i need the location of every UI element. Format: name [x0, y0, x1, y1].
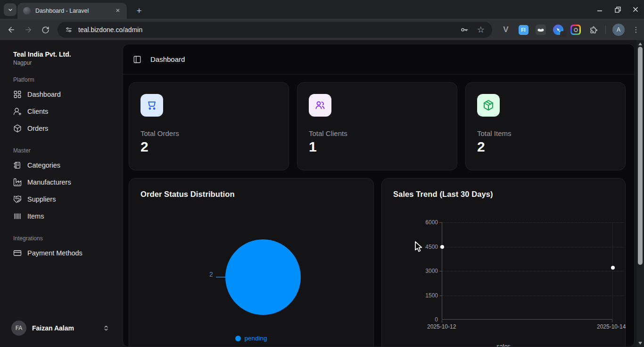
handshake-icon	[13, 195, 22, 203]
order-status-chart-card: Order Status Distribution 2 pending	[129, 178, 374, 347]
main-panel: Dashboard Total Orders 2	[123, 44, 635, 347]
stat-label: Total Clients	[309, 129, 446, 137]
sidebar-item-orders[interactable]: Orders	[0, 120, 121, 137]
company-block[interactable]: Teal India Pvt. Ltd. Nagpur	[0, 40, 121, 66]
browser-menu-icon[interactable]: ⋮	[630, 24, 642, 35]
tab-strip: Dashboard - Laravel × +	[0, 0, 644, 19]
sidebar-toggle-button[interactable]	[131, 53, 144, 66]
v-extension-icon[interactable]: V	[501, 25, 511, 35]
legend-dot	[235, 336, 241, 341]
stat-tile	[140, 94, 163, 117]
chart-title: Sales Trend (Last 30 Days)	[393, 190, 614, 199]
back-button[interactable]	[5, 23, 18, 36]
forward-button[interactable]	[22, 23, 35, 36]
x-tick-label: 2025-10-12	[427, 323, 456, 330]
sales-plot	[442, 222, 612, 320]
pie-legend[interactable]: pending	[140, 335, 362, 342]
sidebar-item-categories[interactable]: Categories	[0, 157, 121, 174]
notebook-icon	[13, 161, 22, 169]
data-point	[440, 245, 444, 249]
close-window-button[interactable]	[632, 6, 639, 13]
bookmark-star-icon[interactable]: ☆	[477, 25, 485, 34]
chevrons-up-down-icon	[103, 325, 109, 331]
y-tick-label: 6000	[416, 219, 438, 226]
user-name: Faizan Aalam	[32, 324, 97, 332]
tab-close-icon[interactable]: ×	[114, 7, 122, 15]
extensions-puzzle-icon[interactable]	[588, 25, 598, 35]
factory-icon	[13, 178, 22, 186]
sidebar-item-label: Suppliers	[27, 195, 56, 203]
chart-title: Order Status Distribution	[140, 190, 362, 199]
sidebar-item-items[interactable]: Items	[0, 208, 121, 225]
reload-button[interactable]	[39, 23, 52, 36]
x-tick-mark	[442, 320, 442, 322]
gridline	[442, 247, 623, 247]
dashboard-content: Total Orders 2 Total Clients 1	[123, 75, 634, 347]
scrollbar-thumb[interactable]	[638, 47, 643, 265]
company-name: Teal India Pvt. Ltd.	[13, 51, 113, 58]
pie-data-label: 2	[209, 271, 213, 278]
y-tick-label: 1500	[416, 292, 438, 299]
extensions-row: V FI	[501, 25, 598, 35]
color-lens-extension-icon[interactable]	[570, 25, 581, 35]
stat-value: 2	[477, 139, 614, 155]
url-text[interactable]: teal.bizdone.co/admin	[78, 26, 460, 34]
profile-avatar[interactable]: A	[612, 24, 625, 36]
browser-toolbar: teal.bizdone.co/admin ☆ V FI A ⋮	[0, 19, 644, 40]
credit-card-icon	[13, 249, 22, 257]
back-icon	[7, 25, 16, 34]
browser-tab[interactable]: Dashboard - Laravel ×	[17, 3, 127, 19]
sidebar-item-clients[interactable]: Clients	[0, 103, 121, 120]
gridline	[442, 271, 623, 271]
page-scrollbar[interactable]	[636, 40, 644, 347]
forward-icon	[24, 25, 33, 34]
stat-value: 1	[309, 139, 446, 155]
tab-search-button[interactable]	[4, 3, 17, 16]
sidebar-item-suppliers[interactable]: Suppliers	[0, 191, 121, 208]
password-manager-icon[interactable]	[460, 25, 469, 34]
window-controls	[596, 0, 639, 19]
new-tab-button[interactable]: +	[133, 5, 145, 17]
panel-left-icon	[133, 55, 141, 64]
users-icon	[314, 100, 326, 111]
user-avatar: FA	[11, 321, 26, 336]
sidebar-item-manufacturers[interactable]: Manufacturers	[0, 174, 121, 191]
user-menu[interactable]: FA Faizan Aalam	[6, 318, 115, 339]
scroll-up-arrow[interactable]	[638, 42, 642, 45]
fonts-extension-icon[interactable]: FI	[518, 25, 528, 35]
pointer-extension-badge	[560, 31, 566, 37]
scroll-down-arrow[interactable]	[638, 342, 642, 345]
stats-row: Total Orders 2 Total Clients 1	[129, 82, 628, 170]
sidebar-item-label: Payment Methods	[27, 249, 83, 257]
sidebar-item-dashboard[interactable]: Dashboard	[0, 86, 121, 103]
user-plus-icon	[13, 107, 22, 116]
package-icon	[13, 124, 22, 133]
x-tick-label: 2025-10-14	[597, 323, 626, 330]
page-content: Teal India Pvt. Ltd. Nagpur Platform Das…	[0, 40, 644, 347]
site-settings-icon[interactable]	[65, 26, 73, 34]
sidebar-item-payment-methods[interactable]: Payment Methods	[0, 245, 121, 262]
sidebar-item-label: Clients	[27, 108, 48, 115]
chevron-down-icon	[8, 7, 13, 13]
gridline	[442, 296, 623, 296]
section-label-platform: Platform	[0, 76, 121, 83]
charts-row: Order Status Distribution 2 pending	[129, 178, 628, 347]
restore-button[interactable]	[614, 6, 621, 13]
pointer-extension-icon[interactable]	[553, 25, 563, 35]
pie-slice	[225, 239, 301, 315]
y-tick-label: 4500	[416, 244, 438, 250]
stat-card-total-orders: Total Orders 2	[129, 82, 289, 170]
stat-card-total-clients: Total Clients 1	[297, 82, 457, 170]
x-tick-mark	[612, 320, 612, 322]
pie-chart: 2 pending	[140, 199, 362, 347]
minimize-button[interactable]	[596, 6, 603, 13]
gridline	[612, 222, 613, 320]
sidebar-item-label: Dashboard	[27, 91, 61, 98]
app-sidebar: Teal India Pvt. Ltd. Nagpur Platform Das…	[0, 40, 121, 347]
stat-label: Total Orders	[140, 129, 277, 137]
legend-label: pending	[244, 335, 267, 342]
url-bar[interactable]: teal.bizdone.co/admin ☆	[58, 22, 492, 38]
bars-icon	[13, 212, 22, 220]
sidebar-item-label: Items	[27, 212, 44, 220]
wave-extension-icon[interactable]	[536, 25, 546, 35]
